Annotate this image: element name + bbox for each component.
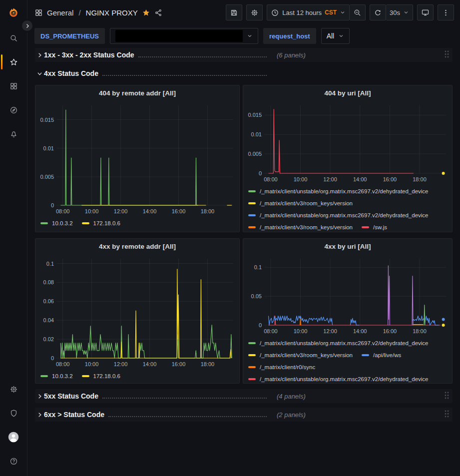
svg-text:14:00: 14:00: [143, 361, 157, 367]
variable-dropdown-ds-prometheus[interactable]: [110, 28, 258, 44]
svg-text:0.1: 0.1: [46, 261, 54, 267]
legend-item[interactable]: /_matrix/client/v3/room_keys/version: [248, 349, 353, 361]
dashboard-title[interactable]: NGINX PROXY: [86, 8, 138, 17]
time-range-picker[interactable]: Last 12 hours CST: [267, 4, 350, 20]
variable-dropdown-request-host[interactable]: All: [321, 28, 350, 44]
dashboard-settings-button[interactable]: [246, 4, 263, 20]
chevron-down-icon: [37, 71, 42, 76]
row-title: 1xx - 3xx - 2xx Status Code: [44, 51, 134, 59]
breadcrumb-section[interactable]: General: [47, 8, 73, 17]
svg-text:18:00: 18:00: [413, 176, 427, 182]
legend-item[interactable]: /_matrix/client/unstable/org.matrix.msc2…: [248, 373, 429, 383]
help-icon: [9, 457, 18, 466]
sidebar-item-alerting[interactable]: [0, 122, 27, 146]
svg-text:10:00: 10:00: [294, 176, 308, 182]
dashboard-row-1xx-3xx-2xx[interactable]: 1xx - 3xx - 2xx Status Code (6 panels): [35, 48, 453, 62]
timeseries-chart[interactable]: 00.0050.010.01508:0010:0012:0014:0016:00…: [243, 100, 452, 184]
legend-swatch: [248, 378, 256, 380]
legend-swatch: [248, 342, 256, 344]
sidebar-item-starred[interactable]: [0, 50, 27, 74]
chevron-down-icon: [338, 33, 344, 39]
legend-item[interactable]: 172.18.0.6: [82, 370, 120, 382]
breadcrumb: General / NGINX PROXY: [34, 8, 163, 17]
save-dashboard-button[interactable]: [226, 4, 242, 20]
legend-item[interactable]: /api/live/ws: [362, 349, 401, 361]
legend-swatch: [82, 375, 89, 377]
svg-text:12:00: 12:00: [323, 328, 337, 334]
row-dotted-leader: [138, 56, 267, 57]
time-range-label: Last 12 hours: [282, 9, 322, 16]
legend-item[interactable]: /sw.js: [362, 221, 387, 232]
dashboard-body: 1xx - 3xx - 2xx Status Code (6 panels) 4…: [27, 47, 460, 476]
legend-swatch: [82, 222, 89, 224]
legend-item[interactable]: /_matrix/client/unstable/org.matrix.msc2…: [248, 337, 429, 349]
row-dotted-leader: [102, 75, 267, 76]
shield-icon: [9, 409, 18, 418]
timeseries-chart[interactable]: 00.050.108:0010:0012:0014:0016:0018:00: [243, 254, 452, 336]
sidebar-item-configuration[interactable]: [0, 377, 27, 401]
dashboard-row-5xx[interactable]: 5xx Status Code (4 panels): [35, 389, 453, 403]
sidebar-item-dashboards[interactable]: [0, 74, 27, 98]
timezone-label: CST: [325, 9, 337, 16]
svg-text:16:00: 16:00: [383, 328, 397, 334]
monitor-icon: [421, 8, 430, 17]
legend-item[interactable]: 10.0.3.2: [40, 370, 73, 382]
more-options-button[interactable]: [438, 4, 454, 20]
sidebar-item-server-admin[interactable]: [0, 401, 27, 425]
legend-item[interactable]: /_matrix/client/v3/room_keys/version: [248, 221, 353, 232]
variables-bar: DS_PROMETHEUS request_host All: [27, 25, 460, 47]
row-panel-count: (6 panels): [277, 51, 306, 59]
chevron-down-icon: [403, 9, 409, 15]
refresh-interval-dropdown[interactable]: 30s: [386, 4, 413, 20]
zoom-out-icon: [353, 8, 362, 17]
legend-swatch: [362, 354, 369, 356]
refresh-icon: [374, 8, 382, 17]
dashboard-row-6xx[interactable]: 6xx > Status Code (2 panels): [35, 408, 453, 422]
legend-item[interactable]: 10.0.3.2: [40, 217, 73, 229]
legend-item[interactable]: /_matrix/client/r0/sync: [248, 361, 315, 373]
sidebar-item-explore[interactable]: [0, 98, 27, 122]
dashboard-row-4xx[interactable]: 4xx Status Code: [35, 66, 453, 80]
svg-text:0: 0: [51, 355, 54, 361]
svg-text:08:00: 08:00: [264, 176, 278, 182]
sidebar-expand-button[interactable]: [20, 19, 34, 32]
svg-text:10:00: 10:00: [85, 208, 99, 214]
legend-item[interactable]: /_matrix/client/unstable/org.matrix.msc2…: [248, 185, 429, 197]
timeseries-chart[interactable]: 00.0050.010.01508:0010:0012:0014:0016:00…: [35, 100, 239, 216]
chevron-right-icon: [37, 52, 42, 58]
row-drag-handle[interactable]: [444, 391, 450, 402]
svg-text:12:00: 12:00: [114, 208, 128, 214]
panel-title[interactable]: 404 by remote addr [All]: [35, 85, 239, 100]
sidebar-item-help[interactable]: [0, 449, 27, 473]
dashboards-icon: [9, 82, 18, 90]
legend-item[interactable]: 172.18.0.6: [82, 217, 120, 229]
legend-swatch: [248, 202, 256, 204]
row-title: 6xx > Status Code: [44, 411, 104, 419]
refresh-button[interactable]: [370, 4, 386, 20]
timeseries-chart[interactable]: 00.020.040.060.080.108:0010:0012:0014:00…: [35, 254, 239, 369]
row-dotted-leader: [108, 416, 267, 417]
gear-icon: [250, 8, 259, 17]
svg-text:18:00: 18:00: [201, 361, 215, 367]
legend-item[interactable]: /_matrix/client/v3/room_keys/version: [248, 197, 353, 209]
row-drag-handle[interactable]: [444, 50, 450, 60]
svg-text:0.01: 0.01: [251, 131, 262, 137]
panel-title[interactable]: 404 by uri [All]: [243, 85, 452, 100]
panel-title[interactable]: 4xx by uri [All]: [243, 239, 452, 254]
cycle-view-mode-button[interactable]: [417, 4, 434, 20]
row-dotted-leader: [102, 398, 267, 399]
panel-title[interactable]: 4xx by remote addr [All]: [35, 239, 239, 254]
svg-text:08:00: 08:00: [264, 328, 278, 334]
row-drag-handle[interactable]: [444, 410, 450, 420]
svg-text:16:00: 16:00: [172, 208, 186, 214]
svg-text:0: 0: [51, 202, 54, 208]
svg-text:0.005: 0.005: [248, 151, 262, 157]
favorite-star-icon[interactable]: [142, 8, 150, 17]
sidebar-item-profile[interactable]: [0, 425, 27, 449]
legend-item[interactable]: /_matrix/client/unstable/org.matrix.msc2…: [248, 209, 429, 221]
zoom-out-time-button[interactable]: [350, 4, 366, 20]
share-icon[interactable]: [154, 8, 163, 17]
svg-text:16:00: 16:00: [172, 361, 186, 367]
legend-swatch: [362, 226, 369, 228]
svg-text:14:00: 14:00: [143, 208, 157, 214]
